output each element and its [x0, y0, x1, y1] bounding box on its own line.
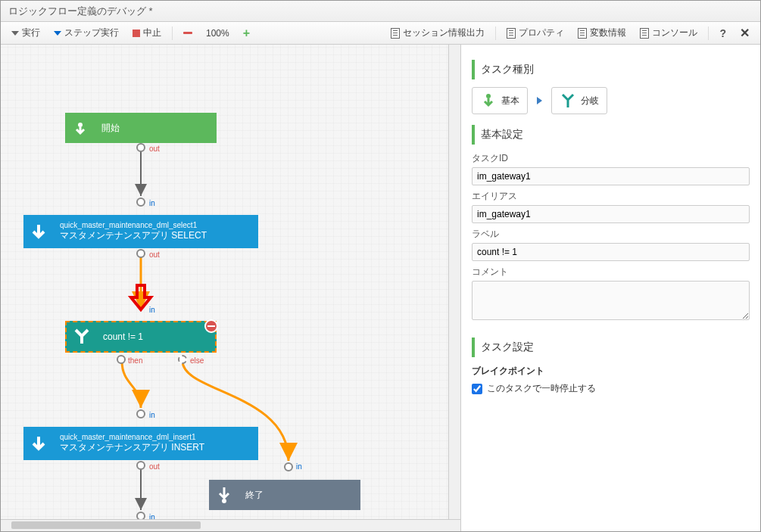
port-in-label: in — [149, 411, 155, 419]
port-then-label: then — [128, 356, 142, 365]
minus-icon — [183, 32, 192, 34]
property-label: プロパティ — [519, 26, 564, 39]
port-out[interactable] — [136, 461, 145, 470]
console-button[interactable]: コンソール — [634, 24, 703, 42]
branch-icon — [67, 322, 97, 352]
node-insert[interactable]: quick_master_maintenance_dml_insert1マスタメ… — [23, 427, 258, 460]
scrollbar-vertical[interactable] — [448, 45, 460, 519]
step-icon — [54, 31, 61, 36]
zoom-level[interactable]: 100% — [200, 26, 235, 41]
section-task-type: タスク種別 — [472, 60, 750, 79]
port-out-label: out — [149, 145, 160, 153]
port-in-label: in — [149, 199, 155, 207]
node-id: quick_master_maintenance_dml_select1 — [60, 221, 207, 229]
varinfo-icon — [578, 28, 587, 39]
port-else-label: else — [190, 356, 204, 365]
end-icon — [209, 480, 239, 510]
tasktype-basic-label: 基本 — [501, 95, 519, 107]
node-gateway[interactable]: count != 1 — [65, 321, 217, 353]
port-then[interactable] — [117, 355, 126, 364]
close-button[interactable]: ✕ — [734, 23, 756, 42]
node-id: quick_master_maintenance_dml_insert1 — [60, 433, 204, 441]
flow-canvas[interactable]: 開始 out in quick_master_maintenance_dml_s… — [1, 45, 461, 531]
session-output-button[interactable]: セッション情報出力 — [385, 24, 491, 42]
breakpoint-checkbox-row[interactable]: このタスクで一時停止する — [472, 382, 750, 395]
node-label: count != 1 — [97, 328, 149, 345]
tasktype-basic[interactable]: 基本 — [472, 87, 528, 114]
varinfo-label: 変数情報 — [590, 26, 626, 39]
port-in-label: in — [149, 306, 155, 314]
separator — [172, 26, 173, 40]
console-label: コンソール — [652, 26, 697, 39]
separator — [495, 26, 496, 40]
task-icon — [23, 216, 54, 247]
tasktype-branch[interactable]: 分岐 — [551, 87, 607, 114]
play-icon — [11, 31, 19, 36]
tasktype-branch-label: 分岐 — [581, 95, 599, 107]
task-id-label: タスクID — [472, 152, 750, 165]
start-icon — [65, 113, 95, 143]
title-bar: ロジックフロー定義のデバッグ * — [1, 1, 760, 22]
port-out-label: out — [149, 250, 160, 259]
svg-point-3 — [78, 123, 83, 127]
stop-icon — [133, 30, 140, 37]
doc-icon — [391, 28, 400, 39]
varinfo-button[interactable]: 変数情報 — [572, 24, 632, 42]
alias-label: エイリアス — [472, 190, 750, 203]
section-basic: 基本設定 — [472, 125, 750, 145]
label-input[interactable] — [472, 243, 750, 261]
toolbar: 実行 ステップ実行 中止 100% + セッション情報出力 プロパティ 変数情報… — [1, 22, 760, 45]
node-end2[interactable]: 終了 — [209, 480, 360, 510]
step-label: ステップ実行 — [64, 26, 119, 39]
question-icon: ? — [719, 27, 726, 39]
alias-input[interactable] — [472, 205, 750, 223]
property-icon — [507, 28, 516, 39]
svg-point-6 — [486, 94, 491, 98]
close-icon: ✕ — [740, 26, 750, 40]
run-button[interactable]: 実行 — [5, 24, 46, 42]
zoom-out-button[interactable] — [177, 30, 198, 36]
port-in[interactable] — [284, 462, 293, 471]
node-start[interactable]: 開始 — [65, 113, 217, 143]
port-out[interactable] — [136, 249, 145, 258]
chevron-right-icon — [537, 97, 542, 104]
zoom-in-button[interactable]: + — [237, 24, 256, 42]
node-label: 終了 — [239, 486, 270, 505]
svg-point-4 — [222, 499, 226, 503]
step-button[interactable]: ステップ実行 — [48, 24, 125, 42]
help-button[interactable]: ? — [713, 25, 732, 42]
breakpoint-checkbox[interactable] — [472, 384, 482, 394]
separator — [708, 26, 709, 40]
breakpoint-checkbox-label: このタスクで一時停止する — [487, 382, 596, 395]
port-in-label: in — [296, 462, 302, 471]
node-label: マスタメンテナンスアプリ INSERT — [60, 441, 204, 454]
run-label: 実行 — [22, 26, 40, 39]
console-icon — [640, 28, 649, 39]
stop-button[interactable]: 中止 — [126, 24, 167, 42]
task-id-input[interactable] — [472, 167, 750, 185]
branch-icon — [560, 92, 576, 109]
plus-icon: + — [243, 26, 250, 40]
node-select[interactable]: quick_master_maintenance_dml_select1マスタメ… — [23, 215, 258, 248]
session-label: セッション情報出力 — [403, 26, 485, 39]
port-in[interactable] — [136, 198, 145, 207]
node-label: マスタメンテナンスアプリ SELECT — [60, 229, 207, 242]
port-in[interactable] — [136, 409, 145, 418]
stop-label: 中止 — [143, 26, 161, 39]
port-out[interactable] — [136, 143, 145, 152]
label-label: ラベル — [472, 228, 750, 241]
node-label: 開始 — [95, 119, 126, 138]
task-icon — [23, 428, 54, 459]
basic-icon — [480, 92, 497, 109]
breakpoint-badge-icon — [204, 319, 218, 333]
scrollbar-horizontal[interactable] — [1, 519, 460, 531]
comment-label: コメント — [472, 266, 750, 278]
port-out-label: out — [149, 462, 160, 471]
port-else[interactable] — [178, 355, 187, 364]
property-button[interactable]: プロパティ — [501, 24, 570, 42]
properties-panel: タスク種別 基本 分岐 基本設定 タスクID エイリアス ラベル コメント タス… — [461, 45, 760, 531]
breakpoint-label: ブレイクポイント — [472, 365, 750, 378]
section-task-settings: タスク設定 — [472, 338, 750, 357]
comment-input[interactable] — [472, 281, 750, 320]
